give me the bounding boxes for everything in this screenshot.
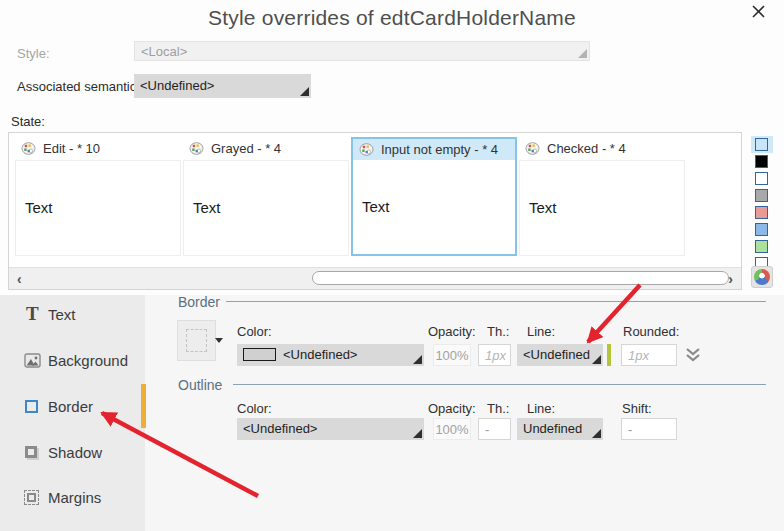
sidebar-item-border[interactable]: Border	[0, 394, 145, 424]
color-swatch[interactable]	[755, 240, 768, 253]
border-opacity-value: 100%	[433, 344, 471, 366]
scroll-left-icon[interactable]: ‹	[17, 269, 22, 289]
palette-icon	[189, 142, 204, 155]
sidebar-item-label: Shadow	[48, 444, 102, 461]
state-card-header: Edit - * 10	[15, 137, 181, 160]
outline-shift-field-wrap	[621, 418, 677, 440]
state-list: Edit - * 10 Text Grayed - * 4 Text	[8, 132, 742, 290]
state-card-preview: Text	[519, 160, 685, 256]
state-label: State:	[11, 114, 45, 129]
border-thickness-field-wrap	[478, 344, 511, 366]
border-rounded-label: Rounded:	[623, 324, 679, 339]
outline-thickness-input[interactable]	[478, 418, 511, 440]
sidebar-item-margins[interactable]: Margins	[0, 485, 145, 515]
state-card-header: Grayed - * 4	[183, 137, 349, 160]
state-card-input-not-empty[interactable]: Input not empty - * 4 Text	[351, 137, 517, 256]
outline-section-title: Outline	[178, 377, 222, 393]
dropdown-corner-icon	[413, 429, 422, 438]
style-label: Style:	[17, 46, 50, 61]
state-card-header: Input not empty - * 4	[353, 139, 515, 160]
margins-icon	[24, 490, 39, 505]
border-rounded-input[interactable]	[621, 344, 677, 366]
color-swatch[interactable]	[755, 138, 768, 151]
border-icon	[25, 400, 38, 413]
sidebar-item-label: Background	[48, 352, 128, 369]
color-picker-button[interactable]	[751, 266, 773, 288]
close-button[interactable]	[749, 2, 769, 22]
sidebar-item-label: Margins	[48, 489, 101, 506]
border-color-dropdown[interactable]: <Undefined>	[237, 344, 424, 366]
section-divider	[226, 301, 766, 302]
outline-line-value: Undefined	[523, 421, 582, 436]
section-divider	[233, 384, 766, 385]
text-icon: T	[26, 303, 39, 325]
border-rounded-field-wrap	[621, 344, 677, 366]
outline-line-label: Line:	[527, 401, 555, 416]
state-card-preview: Text	[15, 160, 181, 256]
state-scrollbar[interactable]: ‹ ›	[9, 267, 741, 289]
border-line-value: <Undefined	[523, 347, 590, 362]
dropdown-corner-icon	[592, 355, 601, 364]
category-sidebar: T Text Background Border Shadow	[0, 295, 145, 531]
outline-color-value: <Undefined>	[243, 421, 317, 436]
dropdown-corner-icon	[413, 355, 422, 364]
sidebar-item-label: Border	[48, 398, 93, 415]
border-color-swatch	[243, 348, 276, 361]
sidebar-item-shadow[interactable]: Shadow	[0, 440, 145, 470]
dialog-title: Style overrides of edtCardHolderName	[0, 6, 784, 30]
outline-thickness-label: Th.:	[487, 401, 509, 416]
palette-icon	[21, 142, 36, 155]
semantics-dropdown-value: <Undefined>	[140, 78, 214, 93]
state-card-label: Checked - * 4	[547, 141, 626, 156]
outline-color-label: Color:	[237, 401, 272, 416]
chevron-double-down-icon	[684, 347, 702, 363]
scrollbar-thumb[interactable]	[312, 271, 729, 285]
state-card-label: Grayed - * 4	[211, 141, 281, 156]
outline-line-dropdown[interactable]: Undefined	[517, 418, 603, 440]
background-icon	[24, 353, 41, 368]
outline-shift-label: Shift:	[622, 401, 652, 416]
border-section-title: Border	[178, 294, 220, 310]
sidebar-item-text[interactable]: T Text	[0, 302, 145, 332]
sidebar-item-background[interactable]: Background	[0, 348, 145, 378]
color-swatch[interactable]	[755, 206, 768, 219]
color-swatch[interactable]	[755, 223, 768, 236]
outline-color-dropdown[interactable]: <Undefined>	[237, 418, 424, 440]
border-line-label: Line:	[527, 324, 555, 339]
dropdown-corner-icon	[300, 87, 309, 96]
close-icon	[749, 2, 769, 22]
expand-more-button[interactable]	[684, 347, 702, 363]
outline-shift-input[interactable]	[621, 418, 677, 440]
color-swatch[interactable]	[755, 189, 768, 202]
border-preview-box[interactable]	[177, 320, 216, 361]
outline-thickness-field-wrap	[478, 418, 511, 440]
border-color-label: Color:	[237, 324, 272, 339]
color-wheel-icon	[754, 269, 770, 285]
sidebar-selection-indicator	[141, 384, 146, 428]
sidebar-item-label: Text	[48, 306, 76, 323]
state-card-edit[interactable]: Edit - * 10 Text	[15, 137, 181, 256]
state-card-checked[interactable]: Checked - * 4 Text	[519, 137, 685, 256]
border-line-dropdown[interactable]: <Undefined	[517, 344, 603, 366]
color-swatch[interactable]	[755, 155, 768, 168]
semantics-label: Associated semantics:	[17, 79, 146, 94]
border-thickness-label: Th.:	[487, 324, 509, 339]
shadow-icon	[25, 446, 37, 458]
border-thickness-input[interactable]	[478, 344, 511, 366]
state-card-header: Checked - * 4	[519, 137, 685, 160]
scroll-right-icon[interactable]: ›	[728, 269, 733, 289]
state-card-label: Edit - * 10	[43, 141, 100, 156]
border-preview-caret-icon[interactable]	[215, 338, 223, 343]
modified-indicator-bar	[607, 344, 611, 366]
state-card-label: Input not empty - * 4	[381, 142, 498, 157]
style-dropdown-value: <Local>	[141, 44, 187, 59]
state-card-preview: Text	[353, 160, 515, 254]
state-card-preview: Text	[183, 160, 349, 256]
palette-icon	[525, 142, 540, 155]
color-swatch[interactable]	[755, 172, 768, 185]
border-color-value: <Undefined>	[283, 344, 357, 366]
semantics-dropdown[interactable]: <Undefined>	[134, 74, 311, 98]
style-dropdown[interactable]: <Local>	[134, 41, 590, 61]
palette-icon	[359, 143, 374, 156]
state-card-grayed[interactable]: Grayed - * 4 Text	[183, 137, 349, 256]
